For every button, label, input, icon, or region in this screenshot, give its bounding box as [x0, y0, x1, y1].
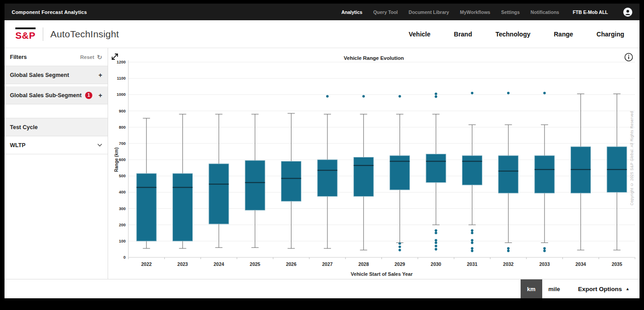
export-options-label: Export Options — [578, 286, 622, 292]
y-tick-label: 600 — [119, 157, 126, 162]
outlier-point — [435, 242, 437, 244]
chart-panel: Vehicle Range Evolution 0100200300400500… — [108, 48, 639, 279]
topbar-nav-analytics[interactable]: Analytics — [341, 9, 363, 15]
x-tick-label: 2032 — [503, 261, 514, 267]
reset-label: Reset — [80, 54, 94, 60]
outlier-point — [471, 242, 474, 244]
x-tick-label: 2027 — [322, 261, 333, 267]
test-cycle-select[interactable]: WLTP — [5, 136, 108, 154]
box-2027[interactable] — [317, 95, 337, 248]
filter-count-badge: 1 — [85, 92, 92, 99]
box-2034[interactable] — [571, 94, 590, 250]
filters-sidebar: Filters Reset ↻ Global Sales Segment+Glo… — [5, 48, 108, 279]
outlier-point — [435, 93, 437, 95]
y-tick-label: 400 — [119, 190, 126, 194]
outlier-point — [543, 92, 546, 94]
avatar[interactable] — [623, 8, 632, 17]
brand: S&P AutoTechInsight — [15, 27, 119, 41]
y-axis-label: Range (km) — [114, 148, 119, 172]
box-2031[interactable] — [462, 92, 482, 252]
top-bar: Component Forecast Analytics AnalyticsQu… — [5, 4, 639, 20]
y-tick-label: 300 — [119, 207, 126, 211]
outlier-point — [435, 95, 437, 98]
box-2032[interactable] — [499, 92, 518, 252]
outlier-point — [507, 250, 510, 252]
filter-section-label: Global Sales Segment — [10, 72, 69, 78]
x-tick-label: 2035 — [612, 261, 622, 267]
y-tick-label: 100 — [119, 239, 126, 243]
x-tick-label: 2034 — [576, 261, 586, 267]
sidebar-divider — [5, 107, 108, 118]
y-tick-label: 800 — [119, 125, 126, 130]
sp-global-logo: S&P — [15, 27, 36, 41]
box-2033[interactable] — [535, 92, 554, 252]
box-2023[interactable] — [173, 114, 193, 248]
expand-plus-icon[interactable]: + — [99, 72, 102, 79]
topbar-nav-notifications[interactable]: Notifications — [531, 9, 559, 15]
y-tick-label: 1200 — [117, 60, 126, 64]
x-tick-label: 2029 — [395, 261, 405, 267]
filters-header: Filters Reset ↻ — [5, 48, 108, 66]
reset-filters-button[interactable]: Reset ↻ — [80, 54, 102, 61]
x-tick-label: 2023 — [177, 261, 188, 267]
header-nav: VehicleBrandTechnologyRangeCharging — [409, 31, 625, 38]
x-tick-label: 2022 — [141, 261, 152, 267]
outlier-point — [399, 249, 401, 252]
expand-plus-icon[interactable]: + — [99, 92, 102, 99]
topbar-nav-settings[interactable]: Settings — [501, 9, 520, 15]
box-2028[interactable] — [354, 95, 373, 250]
outlier-point — [471, 92, 474, 94]
header-nav-range[interactable]: Range — [554, 31, 573, 38]
y-tick-label: 1100 — [117, 76, 126, 81]
outlier-point — [399, 95, 401, 98]
account-label[interactable]: FTB E-Mob ALL — [573, 9, 608, 15]
user-icon — [623, 8, 632, 17]
box-2022[interactable] — [136, 118, 156, 248]
outlier-point — [435, 248, 437, 251]
unit-toggle: kmmile — [521, 279, 567, 299]
filter-section-global-sales-segment[interactable]: Global Sales Segment+ — [5, 66, 108, 84]
outlier-point — [399, 246, 401, 248]
chevron-down-icon — [97, 144, 102, 147]
outlier-point — [435, 245, 437, 247]
app-window: Component Forecast Analytics AnalyticsQu… — [5, 4, 639, 298]
header-nav-vehicle[interactable]: Vehicle — [409, 31, 431, 38]
brand-divider — [43, 27, 43, 41]
unit-button-mile[interactable]: mile — [542, 279, 567, 299]
outlier-point — [435, 229, 437, 232]
export-options-button[interactable]: Export Options ▲ — [578, 286, 630, 292]
outlier-point — [326, 95, 329, 98]
topbar-nav-myworkflows[interactable]: MyWorkflows — [460, 9, 490, 15]
topbar-nav-document-library[interactable]: Document Library — [408, 9, 449, 15]
app-title: Component Forecast Analytics — [12, 9, 87, 15]
outlier-point — [471, 250, 474, 252]
y-tick-label: 900 — [119, 109, 126, 113]
x-tick-label: 2025 — [250, 261, 261, 267]
box-2030[interactable] — [426, 93, 446, 251]
unit-button-km[interactable]: km — [521, 279, 542, 299]
boxplot-chart[interactable]: 0100200300400500600700800900100011001200… — [113, 58, 637, 283]
box-2026[interactable] — [281, 113, 301, 248]
test-cycle-value: WLTP — [10, 142, 25, 148]
product-name: AutoTechInsight — [50, 29, 119, 40]
topbar-nav-query-tool[interactable]: Query Tool — [373, 9, 398, 15]
outlier-point — [435, 232, 437, 234]
footer-bar: kmmile Export Options ▲ — [5, 279, 639, 298]
outlier-point — [363, 95, 365, 98]
filter-section-label: Global Sales Sub-Segment — [10, 92, 82, 99]
filter-sections: Global Sales Segment+Global Sales Sub-Se… — [5, 66, 108, 104]
x-tick-label: 2024 — [213, 261, 224, 267]
box-2035[interactable] — [607, 94, 627, 250]
filter-section-global-sales-sub-segment[interactable]: Global Sales Sub-Segment1+ — [5, 86, 108, 104]
header-nav-charging[interactable]: Charging — [597, 31, 624, 38]
copyright-text: Copyright © 2025 S&P Global. All Rights … — [630, 111, 634, 205]
header-nav-technology[interactable]: Technology — [495, 31, 531, 38]
outlier-point — [507, 92, 510, 94]
box-2029[interactable] — [390, 95, 410, 251]
outlier-point — [543, 250, 546, 252]
header-nav-brand[interactable]: Brand — [454, 31, 472, 38]
y-tick-label: 700 — [119, 141, 126, 146]
box-2025[interactable] — [245, 114, 265, 248]
outlier-point — [471, 239, 474, 242]
box-2024[interactable] — [209, 114, 229, 248]
